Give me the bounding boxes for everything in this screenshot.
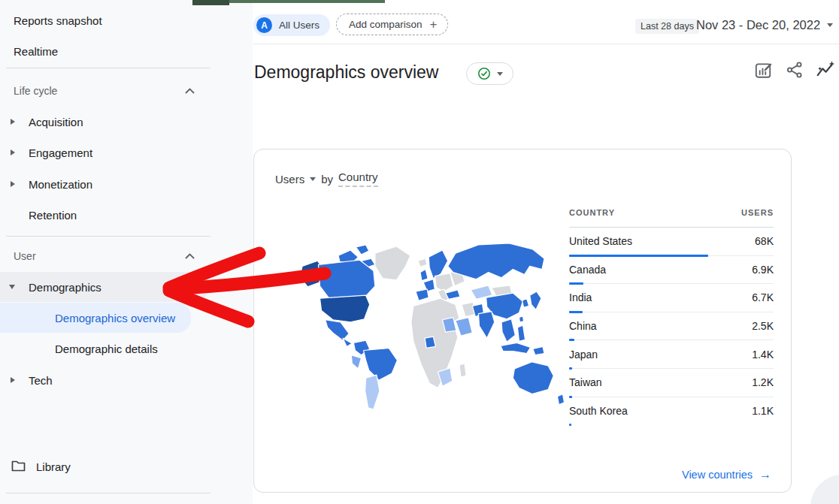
sidebar-item-label: Retention	[29, 209, 77, 222]
expand-right-icon[interactable]	[11, 149, 15, 155]
world-map-svg	[260, 217, 582, 442]
sidebar-item-demographics-overview[interactable]: Demographics overview	[0, 303, 191, 333]
expand-down-icon[interactable]	[9, 285, 15, 289]
country-table: COUNTRY USERS United States 68K Canada 6…	[569, 208, 774, 424]
chevron-down-icon	[497, 72, 503, 76]
table-row: China 2.5K	[569, 312, 774, 341]
table-row: Canada 6.9K	[569, 256, 774, 285]
sidebar-item-demographic-details[interactable]: Demographic details	[0, 333, 226, 364]
card-header: Users by Country	[275, 171, 378, 187]
expand-right-icon[interactable]	[11, 119, 15, 125]
sidebar-item-engagement[interactable]: Engagement	[0, 137, 226, 167]
insights-fab-ghost	[810, 475, 839, 504]
country-name: United States	[569, 235, 632, 247]
country-name: South Korea	[569, 405, 628, 417]
sidebar-item-label: Demographic details	[55, 343, 158, 355]
chevron-up-icon[interactable]	[185, 88, 195, 94]
section-label: Life cycle	[14, 85, 57, 97]
metric-label: Users	[275, 173, 304, 186]
report-status-dropdown[interactable]	[466, 62, 513, 85]
section-label: User	[14, 250, 36, 262]
comparison-chip-all-users[interactable]: A All Users	[253, 14, 330, 36]
view-countries-label: View countries	[682, 469, 753, 481]
sidebar-section-user[interactable]: User	[0, 241, 226, 271]
expand-right-icon[interactable]	[11, 181, 15, 187]
chevron-down-icon	[827, 23, 833, 27]
chevron-up-icon[interactable]	[185, 253, 195, 259]
table-row: Taiwan 1.2K	[569, 369, 774, 397]
users-value: 68K	[755, 235, 774, 247]
sidebar-item-monetization[interactable]: Monetization	[0, 169, 226, 199]
sidebar-divider	[6, 493, 211, 493]
sidebar-item-realtime[interactable]: Realtime	[0, 36, 226, 66]
column-header-country: COUNTRY	[569, 208, 615, 217]
right-arrow-icon: →	[759, 468, 771, 481]
sidebar-item-label: Realtime	[14, 45, 58, 58]
table-header-row: COUNTRY USERS	[569, 208, 774, 228]
country-name: China	[569, 320, 597, 332]
top-strip-segment-1	[192, 0, 229, 5]
sidebar-item-acquisition[interactable]: Acquisition	[0, 107, 226, 137]
folder-icon	[11, 460, 26, 472]
by-label: by	[321, 173, 333, 186]
column-header-users: USERS	[741, 208, 774, 217]
comparison-chip-label: All Users	[279, 20, 320, 31]
check-circle-icon	[477, 67, 491, 80]
view-countries-link[interactable]: View countries →	[682, 468, 771, 481]
sidebar-item-label: Demographics	[29, 281, 101, 294]
comparison-avatar: A	[256, 17, 272, 33]
sidebar-section-life-cycle[interactable]: Life cycle	[0, 76, 226, 106]
users-value: 1.1K	[752, 405, 774, 417]
date-range-label: Nov 23 - Dec 20, 2022	[696, 18, 820, 32]
sidebar-item-demographics[interactable]: Demographics	[0, 272, 209, 302]
country-name: Taiwan	[569, 376, 602, 388]
customize-report-button[interactable]	[753, 59, 773, 80]
users-value: 2.5K	[752, 320, 774, 332]
users-value: 1.2K	[752, 376, 774, 388]
users-value: 6.7K	[752, 291, 774, 303]
dimension-selector[interactable]: Country	[338, 171, 378, 187]
sidebar-item-label: Reports snapshot	[14, 14, 102, 27]
customize-report-icon	[753, 60, 773, 80]
users-value: 6.9K	[752, 264, 774, 276]
sidebar-item-label: Tech	[29, 374, 53, 387]
sidebar-item-label: Library	[36, 460, 71, 473]
country-name: Canada	[569, 264, 606, 276]
sidebar-item-reports-snapshot[interactable]: Reports snapshot	[0, 5, 226, 35]
country-name: India	[569, 291, 592, 303]
sidebar-item-retention[interactable]: Retention	[0, 200, 226, 230]
reports-sidebar: Reports snapshot Realtime Life cycle Acq…	[0, 0, 253, 504]
users-value: 1.4K	[752, 349, 774, 361]
page-title: Demographics overview	[254, 62, 438, 83]
sidebar-item-label: Monetization	[29, 178, 92, 191]
table-row: India 6.7K	[569, 284, 774, 312]
sidebar-divider	[6, 236, 211, 237]
table-row: South Korea 1.1K	[569, 397, 774, 425]
insights-button[interactable]	[815, 59, 835, 80]
table-row: Japan 1.4K	[569, 340, 774, 369]
analytics-app: Reports snapshot Realtime Life cycle Acq…	[0, 0, 839, 504]
share-icon	[785, 60, 804, 80]
plus-icon: +	[430, 17, 438, 32]
date-preset-badge: Last 28 days	[635, 19, 699, 34]
users-by-country-card: Users by Country	[253, 149, 792, 493]
world-choropleth-map	[260, 217, 582, 442]
header-divider	[253, 44, 839, 44]
sidebar-item-label: Demographics overview	[55, 312, 175, 324]
sidebar-item-label: Engagement	[29, 146, 92, 159]
value-bar	[569, 424, 571, 426]
add-comparison-label: Add comparison	[349, 19, 423, 30]
country-name: Japan	[569, 349, 598, 361]
chevron-down-icon	[310, 177, 316, 181]
add-comparison-button[interactable]: Add comparison +	[336, 14, 448, 35]
table-row: United States 68K	[569, 228, 774, 256]
sidebar-divider	[6, 68, 211, 68]
share-report-button[interactable]	[784, 59, 804, 80]
metric-selector[interactable]: Users	[275, 173, 316, 186]
sidebar-item-tech[interactable]: Tech	[0, 365, 226, 395]
top-strip-segment-2	[229, 0, 385, 3]
expand-right-icon[interactable]	[11, 377, 15, 383]
date-range-selector[interactable]: Nov 23 - Dec 20, 2022	[696, 18, 833, 32]
sidebar-item-library[interactable]: Library	[0, 451, 226, 481]
sidebar-item-label: Acquisition	[29, 116, 83, 128]
